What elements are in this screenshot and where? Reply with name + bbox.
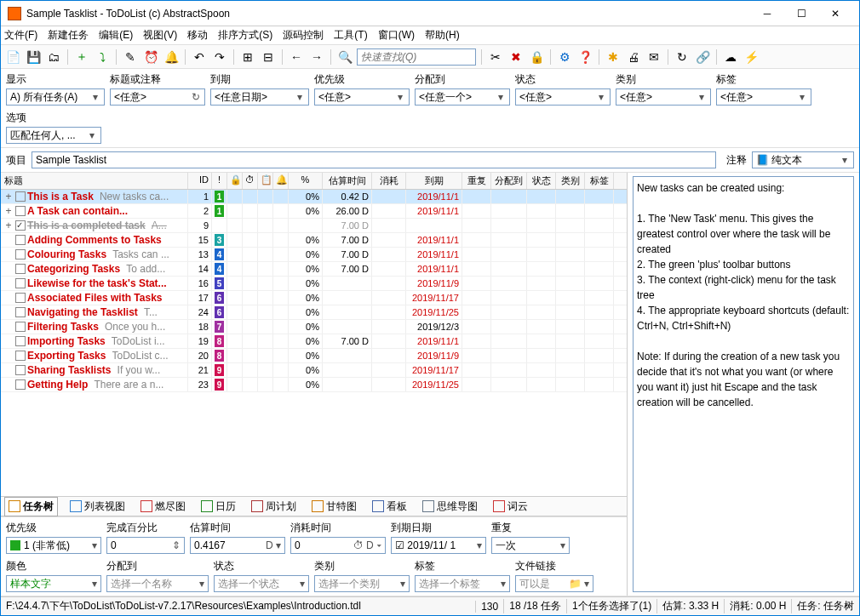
task-row[interactable]: Categorizing Tasks To add...1440%7.00 D2… [1, 262, 627, 277]
task-checkbox[interactable] [15, 264, 26, 274]
close-button[interactable]: ✕ [818, 3, 852, 25]
filter-status[interactable]: <任意>▾ [515, 88, 611, 106]
task-checkbox[interactable] [15, 307, 26, 317]
comments-textarea[interactable]: New tasks can be created using:1. The 'N… [633, 176, 854, 592]
col-lock-icon[interactable]: 🔒 [227, 173, 243, 189]
attr-color[interactable]: 样本文字▾ [6, 575, 101, 592]
col-spent[interactable]: 消耗 [372, 173, 406, 189]
filter-category[interactable]: <任意>▾ [616, 88, 711, 106]
col-stat[interactable]: 状态 [527, 173, 556, 189]
menu-tools[interactable]: 工具(T) [334, 28, 367, 43]
collapse-icon[interactable]: ⊟ [260, 48, 277, 66]
filter-assigned[interactable]: <任意一个>▾ [415, 88, 510, 106]
task-row[interactable]: Adding Comments to Tasks 1530%7.00 D2019… [1, 233, 627, 248]
col-flag-icon[interactable]: ! [212, 173, 227, 189]
add-task-icon[interactable]: ＋ [73, 48, 90, 66]
attr-priority[interactable]: 1 (非常低)▾ [6, 537, 101, 554]
saveall-icon[interactable]: 🗂 [45, 48, 62, 66]
task-checkbox[interactable] [15, 322, 26, 332]
task-checkbox[interactable] [15, 235, 26, 245]
expand-icon[interactable]: ⊞ [239, 48, 256, 66]
col-rep[interactable]: 重复 [462, 173, 491, 189]
attr-assigned[interactable]: 选择一个名称▾ [106, 575, 209, 592]
filter-due[interactable]: <任意日期>▾ [210, 88, 309, 106]
task-checkbox[interactable] [15, 293, 26, 303]
viewtab-任务树[interactable]: 任务树 [4, 497, 58, 516]
menu-sort[interactable]: 排序方式(S) [218, 28, 272, 43]
gear-icon[interactable]: ⚙ [556, 48, 573, 66]
task-row[interactable]: +This is a Task New tasks ca...110%0.42 … [1, 190, 627, 204]
quickfind-input[interactable] [357, 48, 476, 66]
attr-filelink[interactable]: 可以是📁 ▾ [515, 575, 593, 592]
task-checkbox[interactable] [15, 351, 26, 361]
cut-icon[interactable]: ✂ [487, 48, 504, 66]
attr-est[interactable]: 0.4167D ▾ [190, 537, 285, 554]
print-icon[interactable]: 🖨 [625, 48, 642, 66]
task-row[interactable]: +A Task can contain... 210%26.00 D2019/1… [1, 204, 627, 219]
filter-priority[interactable]: <任意>▾ [314, 88, 410, 106]
menu-file[interactable]: 文件(F) [4, 28, 37, 43]
viewtab-看板[interactable]: 看板 [369, 498, 410, 516]
maximize-button[interactable]: ☐ [784, 3, 818, 25]
minimize-button[interactable]: ─ [750, 3, 784, 25]
viewtab-甘特图[interactable]: 甘特图 [308, 498, 360, 516]
task-checkbox[interactable] [15, 249, 26, 260]
task-row[interactable]: Importing Tasks ToDoList i...1980%7.00 D… [1, 334, 627, 349]
viewtab-词云[interactable]: 词云 [490, 498, 531, 516]
task-row[interactable]: Filtering Tasks Once you h...1870%2019/1… [1, 320, 627, 334]
filter-option[interactable]: 匹配任何人, ...▾ [6, 127, 101, 144]
task-checkbox[interactable] [15, 278, 26, 288]
menu-source[interactable]: 源码控制 [283, 28, 324, 43]
mail-icon[interactable]: ✉ [645, 48, 662, 66]
task-row[interactable]: Exporting Tasks ToDoList c...2080%2019/1… [1, 349, 627, 363]
filter-display[interactable]: A) 所有任务(A)▾ [6, 88, 105, 106]
task-checkbox[interactable] [15, 220, 26, 231]
help-icon[interactable]: ❓ [576, 48, 593, 66]
task-checkbox[interactable] [15, 365, 26, 375]
delete-icon[interactable]: ✖ [507, 48, 525, 66]
menu-view[interactable]: 视图(V) [143, 28, 177, 43]
attr-pct[interactable]: 0⇕ [106, 537, 185, 554]
refresh-icon[interactable]: ↻ [674, 48, 691, 66]
col-title[interactable]: 标题 [1, 173, 188, 189]
task-row[interactable]: Navigating the Tasklist T...2460%2019/11… [1, 305, 627, 320]
menu-edit[interactable]: 编辑(E) [99, 28, 133, 43]
attr-spent[interactable]: 0⏱ D ▾ [290, 537, 386, 554]
col-clock-icon[interactable]: ⏱ [243, 173, 258, 189]
col-pct[interactable]: % [289, 173, 323, 189]
cloud-icon[interactable]: ☁ [722, 48, 739, 66]
task-checkbox[interactable] [15, 206, 26, 216]
bolt-icon[interactable]: ⚡ [742, 48, 760, 66]
menu-help[interactable]: 帮助(H) [425, 28, 460, 43]
col-assign[interactable]: 分配到 [491, 173, 527, 189]
grid-body[interactable]: +This is a Task New tasks ca...110%0.42 … [1, 190, 627, 496]
task-row[interactable]: Colouring Tasks Tasks can ...1340%7.00 D… [1, 248, 627, 262]
col-id[interactable]: ID [188, 173, 212, 189]
attr-due[interactable]: ☑ 2019/11/ 1▾ [391, 537, 486, 554]
comment-type-select[interactable]: 📘 纯文本▾ [752, 151, 854, 168]
attr-status[interactable]: 选择一个状态▾ [214, 575, 309, 592]
viewtab-周计划[interactable]: 周计划 [248, 498, 300, 516]
viewtab-燃尽图[interactable]: 燃尽图 [137, 498, 189, 516]
menu-newtask[interactable]: 新建任务 [48, 28, 89, 43]
reminder-icon[interactable]: 🔔 [163, 48, 180, 66]
project-name-input[interactable] [32, 151, 716, 168]
edit-icon[interactable]: ✎ [122, 48, 139, 66]
viewtab-列表视图[interactable]: 列表视图 [66, 498, 129, 516]
filter-title[interactable]: <任意>↻ [110, 88, 205, 106]
viewtab-思维导图[interactable]: 思维导图 [419, 498, 481, 516]
menu-move[interactable]: 移动 [187, 28, 208, 43]
new-file-icon[interactable]: 📄 [4, 48, 21, 66]
task-checkbox[interactable] [15, 336, 26, 346]
clock-icon[interactable]: ⏰ [142, 48, 159, 66]
col-bell-icon[interactable]: 🔔 [273, 173, 289, 189]
prev-icon[interactable]: ← [288, 48, 305, 66]
lock-icon[interactable]: 🔒 [528, 48, 545, 66]
task-row[interactable]: Likewise for the task's Stat... 1650%201… [1, 277, 627, 291]
viewtab-日历[interactable]: 日历 [198, 498, 239, 516]
next-icon[interactable]: → [308, 48, 325, 66]
filter-tag[interactable]: <任意>▾ [716, 88, 811, 106]
redo-icon[interactable]: ↷ [211, 48, 228, 66]
col-est[interactable]: 估算时间 [323, 173, 372, 189]
link-icon[interactable]: 🔗 [694, 48, 711, 66]
